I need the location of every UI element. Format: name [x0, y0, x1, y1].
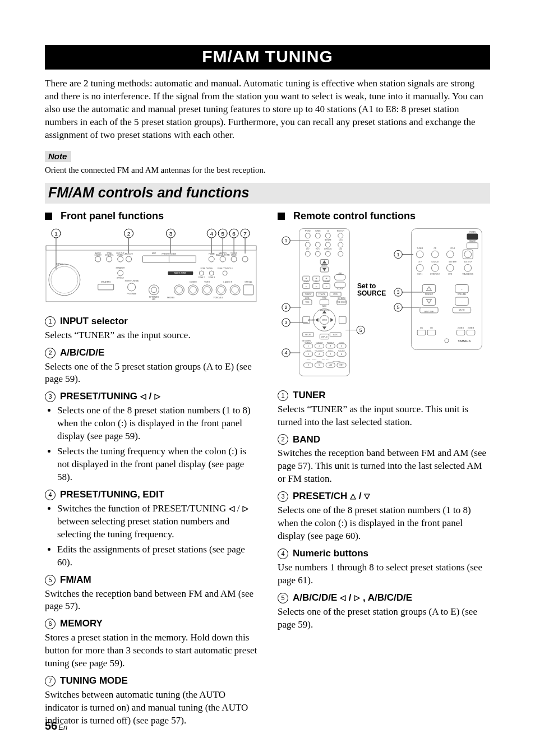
- svg-text:3: 3: [169, 230, 173, 236]
- svg-point-109: [315, 233, 320, 238]
- svg-text:−: −: [305, 284, 307, 288]
- svg-text:ZONE2: ZONE2: [117, 254, 123, 256]
- front-panel-heading-text: Front panel functions: [61, 210, 164, 222]
- svg-text:+: +: [461, 288, 462, 290]
- svg-text:+: +: [305, 276, 307, 279]
- svg-text:+: +: [325, 276, 327, 279]
- callout-6-icon: 6: [45, 619, 56, 629]
- svg-text:STRAIGHT: STRAIGHT: [116, 267, 125, 269]
- r-item-5-title-c: , A/B/C/D/E: [363, 592, 412, 603]
- svg-text:MIC: MIC: [153, 298, 156, 301]
- svg-point-244: [446, 264, 454, 271]
- svg-text:DISPLAY: DISPLAY: [321, 336, 328, 338]
- svg-text:SOURCE: SOURCE: [337, 287, 344, 289]
- svg-text:MAN'L/AUTO FM: MAN'L/AUTO FM: [216, 254, 230, 256]
- svg-text:−: −: [315, 284, 317, 288]
- svg-text:NIGHT: NIGHT: [312, 358, 317, 359]
- svg-text:+10: +10: [329, 364, 332, 366]
- item-5-body: Switches the reception band between FM a…: [45, 588, 257, 614]
- svg-marker-283: [365, 494, 370, 499]
- r-item-5-title-a: A/B/C/D/E: [293, 592, 337, 603]
- item-3: 3 PRESET/TUNING / Selects one of the 8 p…: [45, 390, 257, 484]
- svg-text:5: 5: [359, 327, 362, 333]
- svg-text:DVD: DVD: [339, 248, 342, 250]
- svg-rect-62: [98, 284, 114, 290]
- svg-text:MD/TAPE: MD/TAPE: [325, 239, 331, 241]
- item-6-body: Stores a preset station in the memory. H…: [45, 631, 257, 670]
- svg-text:ID2: ID2: [430, 326, 433, 329]
- intro-paragraph: There are 2 tuning methods: automatic an…: [45, 77, 490, 142]
- svg-text:−: −: [461, 301, 462, 303]
- svg-text:SUR. DECODE: SUR. DECODE: [315, 349, 324, 351]
- svg-point-32: [209, 256, 214, 262]
- svg-rect-235: [467, 242, 478, 248]
- svg-point-50: [118, 270, 123, 276]
- svg-text:MUTE: MUTE: [333, 293, 338, 295]
- svg-text:LIVE/CLUB: LIVE/CLUB: [316, 342, 322, 343]
- svg-text:SELECT: SELECT: [328, 349, 334, 351]
- svg-point-67: [176, 287, 182, 293]
- svg-point-245: [464, 264, 471, 271]
- svg-point-23: [49, 264, 80, 296]
- two-columns: Front panel functions 1 2 3 4 5 6 7: [45, 210, 490, 732]
- svg-text:8: 8: [341, 353, 342, 355]
- svg-rect-273: [427, 330, 435, 335]
- callout-2-icon: 2: [45, 348, 56, 358]
- svg-text:SET MENU: SET MENU: [338, 297, 345, 299]
- svg-text:ENTER: ENTER: [322, 319, 327, 321]
- remote-control-heading-text: Remote control functions: [293, 210, 416, 222]
- svg-text:PHONO: PHONO: [305, 230, 311, 232]
- svg-rect-166: [339, 316, 347, 324]
- svg-point-29: [126, 256, 132, 262]
- remote-control-heading: Remote control functions: [278, 210, 490, 222]
- svg-point-26: [95, 256, 101, 262]
- svg-text:DISC SKIP: DISC SKIP: [322, 358, 329, 359]
- svg-point-65: [151, 287, 157, 293]
- svg-text:DTV: DTV: [418, 261, 422, 263]
- r-item-2: 2BAND Switches the reception band betwee…: [278, 434, 490, 486]
- callout-7-icon: 7: [45, 676, 56, 686]
- front-panel-heading: Front panel functions: [45, 210, 257, 222]
- svg-point-117: [315, 251, 320, 256]
- svg-marker-133: [322, 260, 326, 263]
- callout-3-icon: 3: [278, 491, 288, 502]
- svg-text:SILENT CINEMA: SILENT CINEMA: [124, 280, 139, 282]
- svg-text:+: +: [315, 276, 317, 279]
- triangle-down-icon: [364, 494, 370, 500]
- triangle-right-icon: [154, 394, 160, 400]
- item-2: 2A/B/C/D/E Selects one of the 5 preset s…: [45, 347, 257, 386]
- svg-point-280: [444, 338, 448, 342]
- item-2-body: Selects one of the 5 preset station grou…: [45, 361, 257, 386]
- r-item-2-body: Switches the reception band between FM a…: [278, 447, 490, 486]
- item-2-title: A/B/C/D/E: [60, 347, 104, 359]
- page-number: 56: [45, 720, 57, 732]
- svg-text:ZONE 2: ZONE 2: [457, 326, 464, 329]
- svg-text:9: 9: [308, 364, 309, 366]
- callout-2-icon: 2: [278, 434, 288, 445]
- svg-text:PRESET/TUNING: PRESET/TUNING: [162, 253, 176, 255]
- svg-text:ZONE 3: ZONE 3: [208, 276, 215, 279]
- item-7-body: Switches between automatic tuning (the A…: [45, 689, 257, 727]
- svg-text:REC: REC: [307, 358, 310, 359]
- r-item-3-body: Selects one of the 8 preset station numb…: [278, 504, 490, 543]
- r-item-3-title-slash: /: [359, 491, 362, 501]
- svg-point-54: [223, 271, 227, 275]
- svg-text:CD: CD: [433, 247, 436, 249]
- svg-text:EDIT: EDIT: [152, 252, 156, 255]
- svg-text:3: 3: [396, 289, 399, 295]
- svg-point-35: [242, 256, 248, 262]
- svg-text:A/B/C/D/E: A/B/C/D/E: [424, 311, 433, 313]
- item-3-title-a: PRESET/TUNING: [60, 391, 137, 402]
- callout-5-icon: 5: [45, 575, 56, 586]
- remote-diagrams: 1 2 3 4 5: [278, 227, 490, 378]
- svg-text:A/B/C/D/E: A/B/C/D/E: [308, 319, 315, 321]
- triangle-left-icon: [340, 595, 346, 601]
- right-column: Remote control functions 1 2 3 4 5: [278, 210, 490, 732]
- svg-point-111: [338, 233, 343, 238]
- item-5: 5FM/AM Switches the reception band betwe…: [45, 574, 257, 614]
- triangle-right-icon: [354, 595, 360, 601]
- svg-text:4: 4: [285, 350, 288, 356]
- svg-rect-141: [334, 274, 345, 280]
- note-text: Orient the connected FM and AM antennas …: [45, 165, 490, 175]
- r-item-3: 3 PRESET/CH / Selects one of the 8 prese…: [278, 490, 490, 543]
